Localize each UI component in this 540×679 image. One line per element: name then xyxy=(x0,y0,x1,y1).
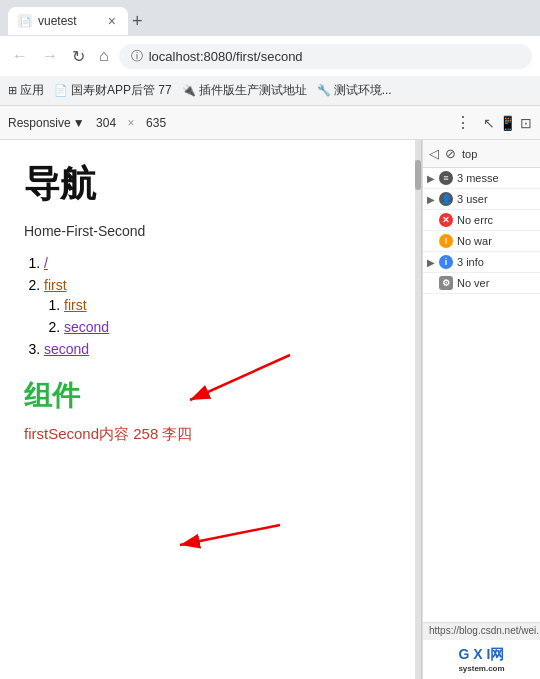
devtools-row-error[interactable]: ▶ ✕ No errc xyxy=(423,210,540,231)
bookmark-plugin-label: 插件版生产测试地址 xyxy=(199,82,307,99)
devtools-top-bar: ◁ ⊘ top xyxy=(423,140,540,168)
error-icon: ✕ xyxy=(439,213,453,227)
devtools-row-info[interactable]: ▶ i 3 info xyxy=(423,252,540,273)
back-button[interactable]: ← xyxy=(8,45,32,67)
bookmark-guoshou-label: 国寿财APP后管 77 xyxy=(71,82,172,99)
bookmark-icon-3: 🔧 xyxy=(317,84,331,97)
devtools-icon-group: ↖ 📱 ⊡ xyxy=(483,115,532,131)
bottom-url: https://blog.csdn.net/wei... xyxy=(423,622,540,640)
forward-button[interactable]: → xyxy=(38,45,62,67)
page-content: 导航 Home-First-Second / first first secon… xyxy=(0,140,422,679)
gear-icon: ⚙ xyxy=(439,276,453,290)
expand-icon: ▶ xyxy=(427,173,435,184)
devtools-row-user[interactable]: ▶ 👤 3 user xyxy=(423,189,540,210)
tab-title: vuetest xyxy=(38,14,100,28)
nav-list: / first first second second xyxy=(24,255,397,357)
expand-icon[interactable]: ⊡ xyxy=(520,115,532,131)
dimension-separator: × xyxy=(128,116,135,130)
list-item: second xyxy=(44,341,397,357)
bookmark-test-label: 测试环境... xyxy=(334,82,392,99)
address-bar: ← → ↻ ⌂ ⓘ localhost:8080/first/second xyxy=(0,36,540,76)
home-link[interactable]: / xyxy=(44,255,48,271)
error-label: No errc xyxy=(457,214,493,226)
responsive-chevron: ▼ xyxy=(73,116,85,130)
component-content: firstSecond内容 258 李四 xyxy=(24,425,397,444)
devtools-block-icon[interactable]: ⊘ xyxy=(443,144,458,163)
devtools-panel: ◁ ⊘ top ▶ ≡ 3 messe ▶ 👤 3 user ▶ ✕ No er… xyxy=(422,140,540,679)
refresh-button[interactable]: ↻ xyxy=(68,45,89,68)
bookmark-apps-label: 应用 xyxy=(20,82,44,99)
bookmark-test[interactable]: 🔧 测试环境... xyxy=(317,82,392,99)
apps-icon: ⊞ xyxy=(8,84,17,97)
bookmark-plugin[interactable]: 🔌 插件版生产测试地址 xyxy=(182,82,307,99)
nav-heading: 导航 xyxy=(24,160,397,209)
bookmark-icon-1: 📄 xyxy=(54,84,68,97)
list-item: / xyxy=(44,255,397,271)
list-item: second xyxy=(64,319,397,335)
home-button[interactable]: ⌂ xyxy=(95,45,113,67)
devtools-bar: Responsive ▼ × ⋮ ↖ 📱 ⊡ xyxy=(0,106,540,140)
page-scrollbar[interactable] xyxy=(415,140,421,679)
page-inner: 导航 Home-First-Second / first first secon… xyxy=(0,140,421,464)
devtools-row-warning[interactable]: ▶ ! No war xyxy=(423,231,540,252)
cursor-icon[interactable]: ↖ xyxy=(483,115,495,131)
width-input[interactable] xyxy=(89,116,124,130)
bookmark-guoshou[interactable]: 📄 国寿财APP后管 77 xyxy=(54,82,172,99)
info-icon: i xyxy=(439,255,453,269)
main-layout: 导航 Home-First-Second / first first secon… xyxy=(0,140,540,679)
responsive-dropdown[interactable]: Responsive ▼ xyxy=(8,116,85,130)
tab-bar: 📄 vuetest × + xyxy=(0,0,540,36)
first-sub-link[interactable]: first xyxy=(64,297,87,313)
gxi-text: G X I网 xyxy=(427,646,536,664)
devtools-top-label: top xyxy=(462,148,477,160)
gear-label: No ver xyxy=(457,277,489,289)
user-label: 3 user xyxy=(457,193,488,205)
scrollbar-thumb[interactable] xyxy=(415,160,421,190)
svg-text:📄: 📄 xyxy=(20,16,32,28)
expand-icon: ▶ xyxy=(427,194,435,205)
arrow-annotation-2 xyxy=(60,510,340,570)
component-heading: 组件 xyxy=(24,377,397,415)
second-link[interactable]: second xyxy=(44,341,89,357)
info-label: 3 info xyxy=(457,256,484,268)
svg-line-5 xyxy=(180,525,280,545)
gxi-logo: G X I网 system.com xyxy=(423,640,540,679)
close-tab-button[interactable]: × xyxy=(106,13,118,29)
device-icon[interactable]: 📱 xyxy=(499,115,516,131)
messages-label: 3 messe xyxy=(457,172,499,184)
new-tab-button[interactable]: + xyxy=(132,12,143,30)
tab-favicon: 📄 xyxy=(18,14,32,28)
active-tab[interactable]: 📄 vuetest × xyxy=(8,7,128,35)
lock-icon: ⓘ xyxy=(131,48,143,65)
warning-label: No war xyxy=(457,235,492,247)
sub-nav-list: first second xyxy=(44,297,397,335)
gxi-sub: system.com xyxy=(427,664,536,673)
more-options-icon[interactable]: ⋮ xyxy=(455,113,471,132)
warning-icon: ! xyxy=(439,234,453,248)
breadcrumb: Home-First-Second xyxy=(24,223,397,239)
devtools-row-messages[interactable]: ▶ ≡ 3 messe xyxy=(423,168,540,189)
responsive-label: Responsive xyxy=(8,116,71,130)
bookmarks-bar: ⊞ 应用 📄 国寿财APP后管 77 🔌 插件版生产测试地址 🔧 测试环境... xyxy=(0,76,540,106)
first-link[interactable]: first xyxy=(44,277,67,293)
bottom-url-text: https://blog.csdn.net/wei... xyxy=(429,625,540,636)
height-input[interactable] xyxy=(139,116,174,130)
url-bar[interactable]: ⓘ localhost:8080/first/second xyxy=(119,44,532,69)
second-sub-link[interactable]: second xyxy=(64,319,109,335)
devtools-row-gear[interactable]: ▶ ⚙ No ver xyxy=(423,273,540,294)
user-icon: 👤 xyxy=(439,192,453,206)
devtools-rows: ▶ ≡ 3 messe ▶ 👤 3 user ▶ ✕ No errc ▶ ! N… xyxy=(423,168,540,622)
bookmark-icon-2: 🔌 xyxy=(182,84,196,97)
expand-icon-info: ▶ xyxy=(427,257,435,268)
messages-icon: ≡ xyxy=(439,171,453,185)
list-item: first first second xyxy=(44,277,397,335)
url-text: localhost:8080/first/second xyxy=(149,49,520,64)
devtools-back-icon[interactable]: ◁ xyxy=(427,144,441,163)
bookmark-apps[interactable]: ⊞ 应用 xyxy=(8,82,44,99)
list-item: first xyxy=(64,297,397,313)
